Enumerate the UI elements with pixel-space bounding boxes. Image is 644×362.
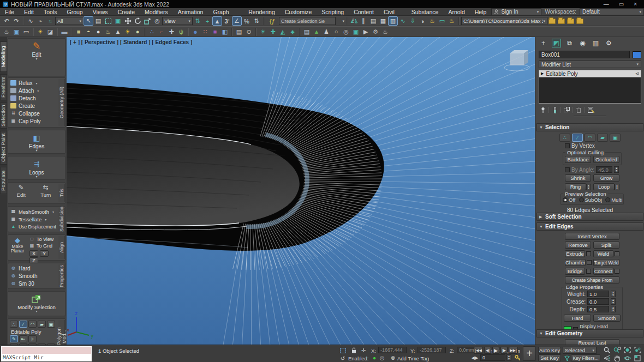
- weld-settings-button[interactable]: [615, 251, 619, 256]
- primitive-teapot-icon[interactable]: ♨: [103, 27, 113, 37]
- menu-tools[interactable]: Tools: [39, 8, 62, 16]
- extrude-settings-button[interactable]: [586, 251, 591, 256]
- help-circle-icon[interactable]: ⊙: [244, 27, 254, 37]
- soft-selection-header[interactable]: ▶ Soft Selection: [536, 213, 643, 221]
- add-time-tag-button[interactable]: Add Time Tag: [397, 355, 429, 361]
- chamfer-button[interactable]: Chamfer: [565, 259, 586, 266]
- primitive-dome-icon[interactable]: ◓: [84, 27, 93, 37]
- torus-icon[interactable]: ○: [331, 27, 341, 37]
- container-icon[interactable]: ▣: [351, 27, 361, 37]
- tab-modify[interactable]: ◩: [552, 39, 561, 47]
- remove-button[interactable]: Remove: [565, 242, 591, 249]
- maximize-viewport-icon[interactable]: [633, 354, 642, 361]
- collapse-button[interactable]: ⇊Collapse: [8, 110, 65, 117]
- foliage-icon[interactable]: ψ: [176, 27, 186, 37]
- daylight-icon[interactable]: ✚: [268, 27, 278, 37]
- crease-value[interactable]: 0,0: [587, 298, 609, 305]
- undo-icon[interactable]: ↶: [2, 16, 11, 26]
- teapot-outline-icon[interactable]: ♨: [380, 27, 390, 37]
- ribbon-tab-object-paint[interactable]: Object Paint: [0, 131, 7, 165]
- select-and-scale-icon[interactable]: [142, 16, 152, 26]
- select-and-move-icon[interactable]: [123, 16, 133, 26]
- align-x-button[interactable]: X: [29, 250, 38, 257]
- expand-arrow-icon[interactable]: ▾: [8, 58, 65, 61]
- expand-arrow-icon[interactable]: ▾: [8, 310, 65, 313]
- purple-box-icon[interactable]: ■: [210, 27, 220, 37]
- subdivision-label[interactable]: Subdivision: [58, 208, 65, 231]
- tab-motion[interactable]: ◉: [578, 39, 587, 47]
- menu-edit[interactable]: Edit: [19, 8, 39, 16]
- key-mode-toggle-icon[interactable]: [513, 354, 522, 361]
- show-end-result-icon[interactable]: [551, 106, 559, 113]
- menu-modifiers[interactable]: Modifiers: [140, 8, 173, 16]
- properties-label[interactable]: Properties: [58, 264, 65, 287]
- asset-library-icon[interactable]: ▤: [302, 27, 312, 37]
- preview-multi-radio[interactable]: [605, 197, 610, 202]
- field-of-view-icon[interactable]: [603, 354, 611, 361]
- welcome-screen-icon[interactable]: ↺: [338, 355, 347, 362]
- menu-scripting[interactable]: Scripting: [317, 8, 349, 16]
- border-mode-icon[interactable]: ◠: [28, 321, 37, 328]
- schematic-view-icon[interactable]: ⇩: [408, 16, 418, 26]
- set-key-plus-button[interactable]: +: [523, 346, 536, 361]
- maxscript-macro-icon[interactable]: {ƒ: [266, 16, 279, 26]
- relax-button[interactable]: Relax▾: [8, 79, 65, 87]
- turn-tris-button[interactable]: ⇆Turn: [40, 184, 51, 198]
- frame-spinner[interactable]: ▲▼: [506, 354, 511, 361]
- cap-poly-button[interactable]: ▦Cap Poly: [8, 117, 65, 125]
- import-file-icon[interactable]: [567, 19, 574, 24]
- menu-arnold[interactable]: Arnold: [443, 8, 469, 16]
- curve-editor-icon[interactable]: ∿: [398, 16, 408, 26]
- absolute-relative-transform-icon[interactable]: ✛: [359, 347, 368, 354]
- loops-section[interactable]: ⇶ Loops ▾: [8, 156, 65, 180]
- menu-substance[interactable]: Substance: [407, 8, 444, 16]
- poly-step-icon[interactable]: ⇤: [19, 335, 27, 342]
- mirror-icon[interactable]: [349, 16, 359, 26]
- rectangular-selection-region-icon[interactable]: [103, 16, 113, 26]
- bind-to-space-warp-icon[interactable]: ≈: [45, 16, 55, 26]
- save-file-icon[interactable]: [558, 19, 565, 24]
- extrude-button[interactable]: Extrude: [565, 250, 585, 257]
- element-subobject-icon[interactable]: ▣: [610, 134, 621, 142]
- weight-tool-icon[interactable]: ⇅: [193, 16, 202, 26]
- menu-content[interactable]: Content: [349, 8, 379, 16]
- selection-region-icon[interactable]: [338, 347, 347, 354]
- bone-tool-icon[interactable]: ⌐: [157, 27, 166, 37]
- by-vertex-checkbox[interactable]: [565, 143, 570, 148]
- pin-stack-icon[interactable]: [539, 106, 547, 113]
- primitive-box-icon[interactable]: ■: [74, 27, 84, 37]
- y-coordinate-value[interactable]: -2526,187: [418, 347, 446, 353]
- menu-rendering[interactable]: Rendering: [243, 8, 279, 16]
- enabled-toggle-icon[interactable]: ◎: [378, 354, 386, 361]
- geometry-all-label[interactable]: Geometry (All): [58, 79, 65, 126]
- polygon-subobject-icon[interactable]: ▰: [597, 134, 608, 142]
- light-lister-icon[interactable]: ☀: [35, 27, 45, 37]
- workspace-select[interactable]: Default ▾: [580, 8, 644, 15]
- project-folder-select[interactable]: C:\Users\TC\Documents\3ds Max 2022▾: [461, 17, 547, 25]
- layer-manager-icon[interactable]: ▤: [368, 16, 378, 26]
- target-weld-button[interactable]: Target Weld: [593, 259, 619, 266]
- align-icon[interactable]: ∥: [359, 16, 368, 26]
- render-production-icon[interactable]: ♨: [447, 16, 457, 26]
- restore-button[interactable]: ▭: [619, 1, 624, 7]
- select-and-manipulate-icon[interactable]: +: [202, 16, 212, 26]
- smooth-button[interactable]: Smooth: [593, 315, 621, 322]
- poly-draw-icon[interactable]: ✎: [10, 335, 18, 342]
- sphere-object-icon[interactable]: ●: [190, 27, 200, 37]
- menu-help[interactable]: Help: [470, 8, 492, 16]
- open-recent-icon[interactable]: [548, 19, 556, 24]
- edit-tris-button[interactable]: ✎Edit: [17, 184, 26, 198]
- film-clip-icon[interactable]: ▬: [59, 27, 69, 37]
- tab-hierarchy[interactable]: ⧉: [565, 39, 574, 47]
- render-setup-icon[interactable]: ♨: [427, 16, 437, 26]
- weight-spinner[interactable]: ▲▼: [611, 291, 616, 297]
- hard-edge-button[interactable]: ◍Hard: [8, 264, 65, 272]
- panel-resize-handle[interactable]: [574, 116, 606, 117]
- maxscript-mini-listener[interactable]: MAXScript Mir: [1, 346, 92, 361]
- menu-animation[interactable]: Animation: [173, 8, 208, 16]
- toggle-ribbon-icon[interactable]: ▥: [388, 16, 398, 26]
- polygon-mode-icon[interactable]: ▰: [38, 321, 46, 328]
- object-cluster-icon[interactable]: ∷: [200, 27, 210, 37]
- selection-filter-select[interactable]: All▾: [55, 17, 84, 25]
- weld-button[interactable]: Weld: [593, 250, 613, 257]
